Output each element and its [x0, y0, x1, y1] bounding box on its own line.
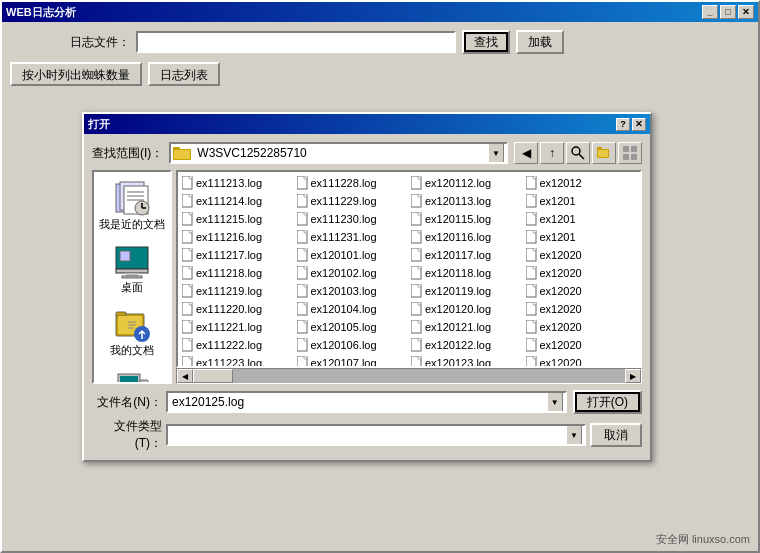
- svg-rect-80: [297, 212, 307, 225]
- find-button[interactable]: 查找: [462, 30, 510, 54]
- scroll-thumb[interactable]: [193, 369, 233, 383]
- file-item[interactable]: ex111228.log: [295, 174, 410, 192]
- file-item[interactable]: ex12020: [524, 300, 639, 318]
- search-button[interactable]: [566, 142, 590, 164]
- search-range-label: 查找范围(I)：: [92, 145, 163, 162]
- file-icon: [526, 266, 538, 280]
- sidebar-item-mypc[interactable]: 我的电脑: [96, 366, 168, 384]
- file-icon: [297, 266, 309, 280]
- file-item[interactable]: ex111219.log: [180, 282, 295, 300]
- file-item[interactable]: ex120104.log: [295, 300, 410, 318]
- file-item[interactable]: ex111230.log: [295, 210, 410, 228]
- file-item[interactable]: ex12020: [524, 282, 639, 300]
- file-item[interactable]: ex120119.log: [409, 282, 524, 300]
- file-item[interactable]: ex120112.log: [409, 174, 524, 192]
- scroll-right-button[interactable]: ▶: [625, 369, 641, 383]
- up-button[interactable]: ↑: [540, 142, 564, 164]
- dialog-help-button[interactable]: ?: [616, 118, 630, 131]
- file-item[interactable]: ex12020: [524, 336, 639, 354]
- button-row: 按小时列出蜘蛛数量 日志列表: [10, 62, 750, 86]
- file-item[interactable]: ex120102.log: [295, 264, 410, 282]
- view-button[interactable]: [618, 142, 642, 164]
- file-item[interactable]: ex12020: [524, 354, 639, 368]
- search-range-select[interactable]: W3SVC1252285710 ▼: [169, 142, 508, 164]
- file-item[interactable]: ex1201: [524, 210, 639, 228]
- dialog-close-button[interactable]: ✕: [632, 118, 646, 131]
- file-item[interactable]: ex120116.log: [409, 228, 524, 246]
- file-item[interactable]: ex111214.log: [180, 192, 295, 210]
- minimize-button[interactable]: _: [702, 5, 718, 19]
- file-item[interactable]: ex111223.log: [180, 354, 295, 368]
- file-item[interactable]: ex12020: [524, 264, 639, 282]
- maximize-button[interactable]: □: [720, 5, 736, 19]
- log-file-label: 日志文件：: [70, 34, 130, 51]
- sidebar-item-recent[interactable]: 我是近的文档: [96, 176, 168, 235]
- file-item[interactable]: ex120120.log: [409, 300, 524, 318]
- file-item[interactable]: ex111222.log: [180, 336, 295, 354]
- file-item[interactable]: ex111217.log: [180, 246, 295, 264]
- file-icon: [411, 284, 423, 298]
- folder-dropdown[interactable]: ▼: [488, 143, 504, 163]
- close-button[interactable]: ✕: [738, 5, 754, 19]
- file-item[interactable]: ex120103.log: [295, 282, 410, 300]
- svg-rect-100: [411, 230, 421, 243]
- log-file-row: 日志文件： 查找 加载: [10, 30, 750, 54]
- file-item[interactable]: ex120123.log: [409, 354, 524, 368]
- file-item[interactable]: ex111221.log: [180, 318, 295, 336]
- sidebar-item-desktop[interactable]: 桌面: [96, 239, 168, 298]
- log-file-input[interactable]: [136, 31, 456, 53]
- file-item[interactable]: ex1201: [524, 192, 639, 210]
- recent-docs-icon: [114, 180, 150, 216]
- file-item[interactable]: ex120113.log: [409, 192, 524, 210]
- file-label: ex111222.log: [196, 339, 262, 351]
- file-label: ex120122.log: [425, 339, 491, 351]
- new-folder-button[interactable]: [592, 142, 616, 164]
- file-item[interactable]: ex120107.log: [295, 354, 410, 368]
- svg-rect-108: [182, 248, 192, 261]
- filename-dropdown[interactable]: ▼: [547, 392, 563, 412]
- file-item[interactable]: ex12020: [524, 246, 639, 264]
- svg-rect-84: [411, 212, 421, 225]
- file-item[interactable]: ex111220.log: [180, 300, 295, 318]
- file-item[interactable]: ex120105.log: [295, 318, 410, 336]
- sidebar-item-mydocs[interactable]: 我的文档: [96, 302, 168, 361]
- svg-rect-120: [526, 248, 536, 261]
- file-item[interactable]: ex120121.log: [409, 318, 524, 336]
- file-item[interactable]: ex111229.log: [295, 192, 410, 210]
- svg-rect-192: [297, 338, 307, 351]
- open-button[interactable]: 打开(O): [573, 390, 642, 414]
- file-item[interactable]: ex12012: [524, 174, 639, 192]
- filetype-label: 文件类型(T)：: [92, 418, 162, 452]
- log-list-button[interactable]: 日志列表: [148, 62, 220, 86]
- filetype-dropdown[interactable]: ▼: [566, 425, 582, 445]
- file-item[interactable]: ex120118.log: [409, 264, 524, 282]
- cancel-button[interactable]: 取消: [590, 423, 642, 447]
- scroll-left-button[interactable]: ◀: [177, 369, 193, 383]
- svg-rect-68: [411, 194, 421, 207]
- file-item[interactable]: ex120106.log: [295, 336, 410, 354]
- mydocs-icon: [114, 306, 150, 342]
- svg-rect-44: [182, 176, 192, 189]
- file-item[interactable]: ex120101.log: [295, 246, 410, 264]
- svg-rect-56: [526, 176, 536, 189]
- file-item[interactable]: ex12020: [524, 318, 639, 336]
- file-item[interactable]: ex111213.log: [180, 174, 295, 192]
- hourly-spider-button[interactable]: 按小时列出蜘蛛数量: [10, 62, 142, 86]
- file-item[interactable]: ex120117.log: [409, 246, 524, 264]
- back-button[interactable]: ◀: [514, 142, 538, 164]
- file-item[interactable]: ex111218.log: [180, 264, 295, 282]
- file-item[interactable]: ex111216.log: [180, 228, 295, 246]
- load-button[interactable]: 加载: [516, 30, 564, 54]
- file-item[interactable]: ex120122.log: [409, 336, 524, 354]
- file-item[interactable]: ex1201: [524, 228, 639, 246]
- main-window: WEB日志分析 _ □ ✕ 日志文件： 查找 加载 按小时列出蜘蛛数量 日志列表…: [0, 0, 760, 553]
- file-icon: [526, 284, 538, 298]
- filename-label: 文件名(N)：: [92, 394, 162, 411]
- file-item[interactable]: ex111231.log: [295, 228, 410, 246]
- file-icon: [182, 230, 194, 244]
- filetype-input-wrap: ▼: [166, 424, 586, 446]
- svg-rect-9: [631, 146, 637, 152]
- horizontal-scrollbar[interactable]: ◀ ▶: [176, 368, 642, 384]
- file-item[interactable]: ex111215.log: [180, 210, 295, 228]
- file-item[interactable]: ex120115.log: [409, 210, 524, 228]
